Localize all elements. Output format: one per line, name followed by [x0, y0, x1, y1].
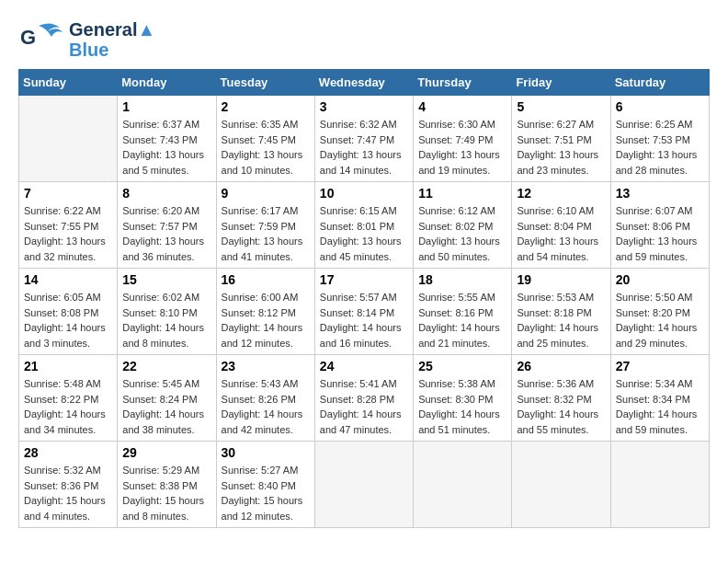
svg-text:G: G — [20, 26, 36, 49]
day-info: Sunrise: 5:36 AMSunset: 8:32 PMDaylight:… — [517, 376, 605, 437]
calendar-cell: 6Sunrise: 6:25 AMSunset: 7:53 PMDaylight… — [610, 96, 709, 182]
calendar-cell — [314, 442, 413, 528]
logo: G General▲ Blue — [18, 18, 155, 60]
day-number: 29 — [122, 445, 210, 460]
calendar-cell: 22Sunrise: 5:45 AMSunset: 8:24 PMDayligh… — [118, 355, 216, 442]
week-row-5: 28Sunrise: 5:32 AMSunset: 8:36 PMDayligh… — [19, 442, 710, 528]
day-info: Sunrise: 6:05 AMSunset: 8:08 PMDaylight:… — [24, 290, 112, 350]
day-info: Sunrise: 6:35 AMSunset: 7:45 PMDaylight:… — [222, 117, 310, 178]
calendar-cell — [512, 442, 610, 528]
day-info: Sunrise: 5:53 AMSunset: 8:18 PMDaylight:… — [517, 290, 605, 350]
calendar-cell: 15Sunrise: 6:02 AMSunset: 8:10 PMDayligh… — [118, 269, 216, 355]
calendar-cell: 9Sunrise: 6:17 AMSunset: 7:59 PMDaylight… — [216, 182, 314, 269]
logo-line2: Blue — [69, 40, 155, 60]
day-number: 10 — [320, 186, 408, 201]
calendar-header-monday: Monday — [118, 70, 216, 96]
calendar-cell: 3Sunrise: 6:32 AMSunset: 7:47 PMDaylight… — [314, 96, 413, 182]
calendar-cell: 5Sunrise: 6:27 AMSunset: 7:51 PMDaylight… — [512, 96, 610, 182]
week-row-4: 21Sunrise: 5:48 AMSunset: 8:22 PMDayligh… — [19, 355, 710, 442]
calendar-cell: 13Sunrise: 6:07 AMSunset: 8:06 PMDayligh… — [610, 182, 709, 269]
day-info: Sunrise: 6:20 AMSunset: 7:57 PMDaylight:… — [122, 203, 210, 264]
week-row-1: 1Sunrise: 6:37 AMSunset: 7:43 PMDaylight… — [19, 96, 710, 182]
day-number: 28 — [24, 445, 112, 460]
day-number: 3 — [320, 99, 408, 114]
day-number: 4 — [418, 99, 506, 114]
day-number: 25 — [418, 359, 506, 373]
day-number: 11 — [418, 186, 506, 201]
day-info: Sunrise: 6:30 AMSunset: 7:49 PMDaylight:… — [418, 117, 506, 178]
calendar-cell: 21Sunrise: 5:48 AMSunset: 8:22 PMDayligh… — [19, 355, 118, 442]
day-info: Sunrise: 5:55 AMSunset: 8:16 PMDaylight:… — [418, 290, 506, 350]
day-info: Sunrise: 5:32 AMSunset: 8:36 PMDaylight:… — [24, 463, 112, 523]
calendar-cell — [414, 442, 512, 528]
day-info: Sunrise: 5:50 AMSunset: 8:20 PMDaylight:… — [616, 290, 704, 350]
calendar-cell: 23Sunrise: 5:43 AMSunset: 8:26 PMDayligh… — [216, 355, 314, 442]
week-row-2: 7Sunrise: 6:22 AMSunset: 7:55 PMDaylight… — [19, 182, 710, 269]
day-info: Sunrise: 5:57 AMSunset: 8:14 PMDaylight:… — [320, 290, 408, 350]
calendar-cell: 28Sunrise: 5:32 AMSunset: 8:36 PMDayligh… — [19, 442, 118, 528]
calendar-header-friday: Friday — [512, 70, 610, 96]
day-number: 19 — [517, 272, 605, 287]
calendar-cell — [19, 96, 118, 182]
day-number: 7 — [24, 186, 112, 201]
day-info: Sunrise: 6:25 AMSunset: 7:53 PMDaylight:… — [616, 117, 704, 178]
day-info: Sunrise: 5:45 AMSunset: 8:24 PMDaylight:… — [122, 376, 210, 437]
day-number: 5 — [517, 99, 605, 114]
day-info: Sunrise: 6:22 AMSunset: 7:55 PMDaylight:… — [24, 203, 112, 264]
day-number: 30 — [222, 445, 310, 460]
calendar-cell: 24Sunrise: 5:41 AMSunset: 8:28 PMDayligh… — [314, 355, 413, 442]
day-number: 22 — [122, 359, 210, 373]
day-number: 17 — [320, 272, 408, 287]
calendar-cell: 8Sunrise: 6:20 AMSunset: 7:57 PMDaylight… — [118, 182, 216, 269]
day-info: Sunrise: 6:37 AMSunset: 7:43 PMDaylight:… — [122, 117, 210, 178]
calendar-header-saturday: Saturday — [610, 70, 709, 96]
day-number: 26 — [517, 359, 605, 373]
logo-line1: General▲ — [69, 19, 155, 40]
calendar-cell: 20Sunrise: 5:50 AMSunset: 8:20 PMDayligh… — [610, 269, 709, 355]
day-number: 27 — [616, 359, 704, 373]
day-info: Sunrise: 6:15 AMSunset: 8:01 PMDaylight:… — [320, 203, 408, 264]
day-info: Sunrise: 6:07 AMSunset: 8:06 PMDaylight:… — [616, 203, 704, 264]
day-info: Sunrise: 5:48 AMSunset: 8:22 PMDaylight:… — [24, 376, 112, 437]
day-number: 15 — [122, 272, 210, 287]
day-info: Sunrise: 6:27 AMSunset: 7:51 PMDaylight:… — [517, 117, 605, 178]
day-info: Sunrise: 6:02 AMSunset: 8:10 PMDaylight:… — [122, 290, 210, 350]
calendar-cell: 27Sunrise: 5:34 AMSunset: 8:34 PMDayligh… — [610, 355, 709, 442]
day-number: 24 — [320, 359, 408, 373]
day-number: 8 — [122, 186, 210, 201]
calendar-cell: 18Sunrise: 5:55 AMSunset: 8:16 PMDayligh… — [414, 269, 512, 355]
day-number: 12 — [517, 186, 605, 201]
day-number: 13 — [616, 186, 704, 201]
calendar-header-tuesday: Tuesday — [216, 70, 314, 96]
day-number: 16 — [222, 272, 310, 287]
day-number: 6 — [616, 99, 704, 114]
week-row-3: 14Sunrise: 6:05 AMSunset: 8:08 PMDayligh… — [19, 269, 710, 355]
calendar-cell: 1Sunrise: 6:37 AMSunset: 7:43 PMDaylight… — [118, 96, 216, 182]
day-number: 18 — [418, 272, 506, 287]
calendar-cell: 14Sunrise: 6:05 AMSunset: 8:08 PMDayligh… — [19, 269, 118, 355]
day-info: Sunrise: 6:10 AMSunset: 8:04 PMDaylight:… — [517, 203, 605, 264]
calendar-cell: 12Sunrise: 6:10 AMSunset: 8:04 PMDayligh… — [512, 182, 610, 269]
calendar-header-thursday: Thursday — [414, 70, 512, 96]
logo-text: General▲ Blue — [69, 19, 155, 60]
day-info: Sunrise: 6:32 AMSunset: 7:47 PMDaylight:… — [320, 117, 408, 178]
calendar-cell: 25Sunrise: 5:38 AMSunset: 8:30 PMDayligh… — [414, 355, 512, 442]
calendar-cell: 11Sunrise: 6:12 AMSunset: 8:02 PMDayligh… — [414, 182, 512, 269]
day-info: Sunrise: 5:27 AMSunset: 8:40 PMDaylight:… — [222, 463, 310, 523]
day-number: 20 — [616, 272, 704, 287]
day-number: 14 — [24, 272, 112, 287]
day-number: 2 — [222, 99, 310, 114]
day-info: Sunrise: 6:00 AMSunset: 8:12 PMDaylight:… — [222, 290, 310, 350]
calendar-cell: 29Sunrise: 5:29 AMSunset: 8:38 PMDayligh… — [118, 442, 216, 528]
calendar-header-wednesday: Wednesday — [314, 70, 413, 96]
calendar-header-sunday: Sunday — [19, 70, 118, 96]
day-info: Sunrise: 5:34 AMSunset: 8:34 PMDaylight:… — [616, 376, 704, 437]
calendar-cell: 4Sunrise: 6:30 AMSunset: 7:49 PMDaylight… — [414, 96, 512, 182]
logo-icon: G — [18, 18, 64, 60]
day-info: Sunrise: 5:29 AMSunset: 8:38 PMDaylight:… — [122, 463, 210, 523]
calendar-table: SundayMondayTuesdayWednesdayThursdayFrid… — [18, 69, 710, 528]
calendar-cell: 17Sunrise: 5:57 AMSunset: 8:14 PMDayligh… — [314, 269, 413, 355]
calendar-header-row: SundayMondayTuesdayWednesdayThursdayFrid… — [19, 70, 710, 96]
day-number: 1 — [122, 99, 210, 114]
calendar-cell: 30Sunrise: 5:27 AMSunset: 8:40 PMDayligh… — [216, 442, 314, 528]
